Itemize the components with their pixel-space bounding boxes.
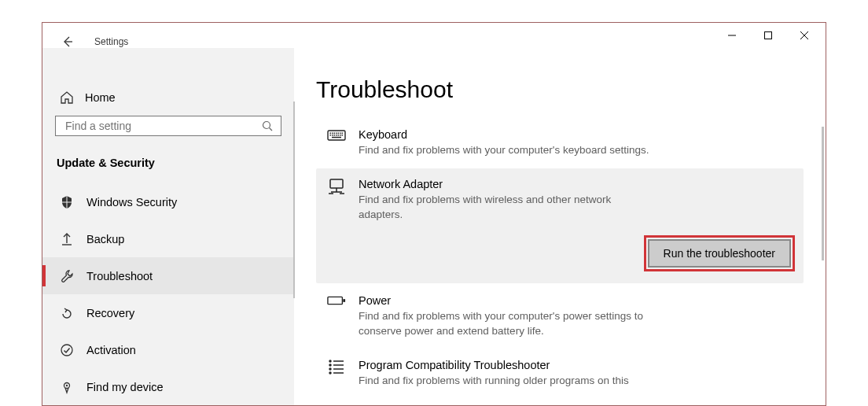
check-circle-icon: [60, 343, 74, 357]
minimize-icon: [728, 31, 736, 39]
shield-icon: [60, 195, 74, 209]
troubleshooter-program-compatibility[interactable]: Program Compatibility Troubleshooter Fin…: [316, 349, 804, 397]
keyboard-icon: [327, 128, 346, 142]
minimize-button[interactable]: [714, 24, 750, 47]
svg-point-37: [329, 360, 331, 362]
svg-rect-17: [334, 133, 336, 135]
sidebar-item-label: Activation: [86, 344, 136, 356]
svg-point-41: [329, 368, 331, 370]
nav-home[interactable]: Home: [55, 86, 281, 109]
troubleshooter-desc: Find and fix problems with wireless and …: [359, 192, 657, 222]
svg-rect-22: [330, 135, 332, 136]
sidebar-item-label: Find my device: [86, 381, 164, 393]
troubleshooter-list: Keyboard Find and fix problems with your…: [316, 119, 804, 397]
maximize-button[interactable]: [750, 24, 786, 47]
battery-icon: [327, 294, 346, 307]
run-troubleshooter-button[interactable]: Run the troubleshooter: [648, 239, 791, 268]
main-content: Troubleshoot Ke: [294, 48, 826, 405]
sidebar-item-find-my-device[interactable]: Find my device: [42, 368, 294, 405]
sidebar-item-activation[interactable]: Activation: [42, 331, 294, 368]
troubleshooter-power[interactable]: Power Find and fix problems with your co…: [316, 285, 804, 348]
sidebar-item-label: Windows Security: [86, 196, 177, 209]
settings-window: Settings Home: [42, 22, 826, 406]
svg-point-13: [66, 384, 68, 386]
sidebar-item-recovery[interactable]: Recovery: [42, 294, 294, 331]
svg-rect-2: [765, 32, 772, 39]
svg-rect-26: [338, 135, 340, 136]
svg-point-39: [329, 364, 331, 366]
svg-rect-36: [343, 299, 345, 302]
list-icon: [328, 359, 345, 375]
search-icon: [262, 120, 273, 131]
nav-home-label: Home: [85, 91, 116, 104]
search-input[interactable]: [64, 119, 262, 133]
svg-point-5: [263, 122, 270, 129]
svg-rect-29: [332, 137, 341, 138]
svg-rect-21: [342, 133, 344, 135]
svg-rect-30: [330, 179, 343, 188]
page-title: Troubleshoot: [316, 76, 804, 103]
troubleshooter-desc: Find and fix problems with your computer…: [359, 142, 657, 157]
sidebar-item-windows-security[interactable]: Windows Security: [42, 183, 294, 220]
wrench-icon: [60, 269, 74, 283]
back-arrow-icon: [61, 35, 74, 48]
svg-rect-27: [340, 135, 341, 136]
svg-rect-16: [332, 133, 333, 135]
troubleshooter-title: Program Compatibility Troubleshooter: [359, 357, 657, 373]
sidebar-category: Update & Security: [55, 152, 281, 174]
maximize-icon: [764, 31, 772, 39]
search-box[interactable]: [55, 116, 281, 136]
sidebar: Home Update & Security Windows Se: [42, 48, 294, 405]
titlebar-left: Settings: [58, 32, 128, 51]
sidebar-item-troubleshoot[interactable]: Troubleshoot: [42, 257, 294, 294]
troubleshooter-desc: Find and fix problems with running older…: [359, 373, 657, 388]
network-adapter-icon: [327, 178, 346, 195]
close-icon: [800, 31, 808, 39]
window-controls: [714, 24, 822, 47]
svg-rect-28: [342, 135, 344, 136]
location-icon: [60, 380, 74, 394]
troubleshooter-keyboard[interactable]: Keyboard Find and fix problems with your…: [316, 119, 804, 167]
close-button[interactable]: [786, 24, 822, 47]
troubleshooter-desc: Find and fix problems with your computer…: [359, 308, 657, 338]
sidebar-item-label: Recovery: [86, 307, 134, 319]
troubleshooter-title: Keyboard: [359, 127, 657, 142]
sidebar-nav-list: Windows Security Backup Troubleshoot: [42, 183, 294, 405]
troubleshooter-title: Network Adapter: [359, 176, 657, 192]
svg-point-11: [61, 345, 72, 356]
backup-icon: [60, 232, 74, 246]
svg-rect-19: [338, 133, 340, 135]
svg-rect-23: [332, 135, 333, 136]
main-scrollbar[interactable]: [822, 127, 824, 260]
svg-rect-24: [334, 135, 336, 136]
sidebar-item-backup[interactable]: Backup: [42, 220, 294, 257]
sidebar-item-label: Troubleshoot: [86, 270, 153, 282]
home-icon: [60, 90, 74, 105]
body: Home Update & Security Windows Se: [42, 48, 826, 405]
app-title: Settings: [94, 36, 128, 47]
svg-rect-25: [336, 135, 337, 136]
svg-rect-20: [340, 133, 341, 135]
svg-rect-15: [330, 133, 332, 135]
troubleshooter-title: Power: [359, 293, 657, 308]
recovery-icon: [60, 306, 74, 320]
titlebar: [42, 23, 826, 48]
back-button[interactable]: [58, 32, 77, 51]
svg-point-43: [329, 372, 331, 374]
svg-rect-35: [328, 297, 342, 304]
sidebar-item-label: Backup: [86, 233, 124, 245]
troubleshooter-network-adapter[interactable]: Network Adapter Find and fix problems wi…: [316, 168, 804, 283]
svg-line-6: [270, 128, 273, 131]
svg-rect-18: [336, 133, 337, 135]
